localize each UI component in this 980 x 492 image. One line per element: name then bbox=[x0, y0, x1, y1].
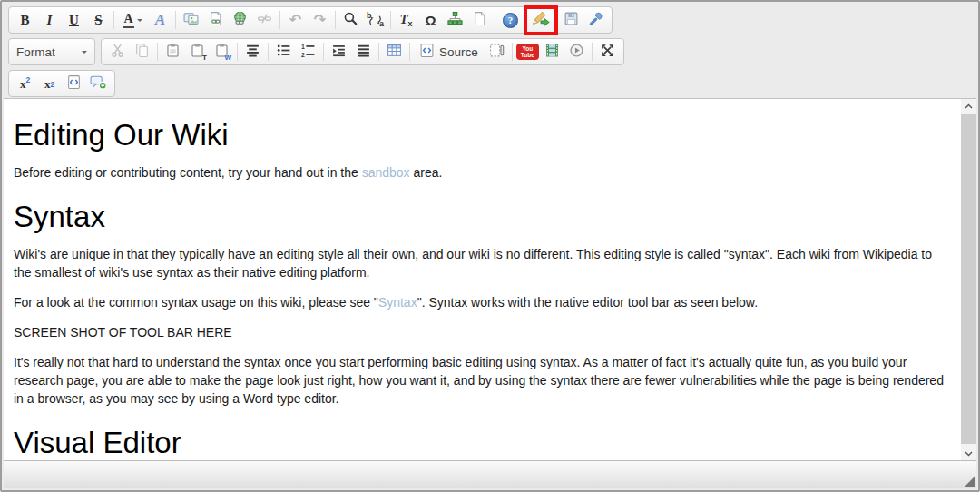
redo-icon: ↷ bbox=[314, 13, 326, 27]
save-button[interactable] bbox=[559, 9, 583, 32]
syntax-link[interactable]: Syntax bbox=[378, 295, 417, 310]
youtube-icon: YouTube bbox=[516, 44, 539, 60]
bold-button[interactable]: B bbox=[13, 9, 37, 32]
insert-table-button[interactable] bbox=[382, 41, 407, 64]
italic-button[interactable]: I bbox=[37, 9, 62, 32]
internal-link-button[interactable] bbox=[203, 9, 228, 32]
superscript-button[interactable]: x2 bbox=[13, 73, 37, 95]
copy-button[interactable] bbox=[130, 41, 154, 64]
toolbar-separator bbox=[237, 43, 238, 61]
youtube-button[interactable]: YouTube bbox=[515, 41, 540, 64]
source-code-icon bbox=[419, 43, 435, 62]
heading-visual-editor: Visual Editor bbox=[14, 426, 948, 459]
scissors-icon bbox=[110, 43, 125, 62]
align-center-icon bbox=[245, 43, 260, 62]
svg-text:1: 1 bbox=[301, 43, 305, 49]
remove-format-icon: Tx bbox=[399, 13, 412, 28]
subscript-button[interactable]: x2 bbox=[37, 73, 62, 95]
paste-button[interactable] bbox=[161, 41, 185, 64]
save-disk-icon bbox=[564, 11, 579, 30]
toolbar-separator bbox=[175, 11, 176, 29]
strikethrough-icon: S bbox=[94, 14, 102, 27]
underline-button[interactable]: U bbox=[62, 9, 86, 32]
scroll-down-button[interactable] bbox=[961, 447, 976, 460]
new-page-icon bbox=[472, 11, 487, 30]
toolbar-separator bbox=[268, 43, 269, 61]
toolbar-separator bbox=[378, 43, 379, 61]
select-all-button[interactable] bbox=[485, 41, 509, 64]
embed-video-button[interactable] bbox=[540, 41, 564, 64]
remove-format-button[interactable]: Tx bbox=[394, 9, 418, 32]
toolbar-separator bbox=[279, 11, 280, 29]
about-button[interactable]: ? bbox=[498, 9, 523, 32]
paragraph-not-that-hard: It's really not that hard to understand … bbox=[14, 353, 948, 408]
maximize-icon bbox=[600, 43, 615, 62]
redo-button[interactable]: ↷ bbox=[308, 9, 332, 32]
strikethrough-button[interactable]: S bbox=[86, 9, 111, 32]
new-page-button[interactable] bbox=[467, 9, 492, 32]
paste-icon bbox=[165, 43, 181, 62]
pencil-arrow-icon bbox=[532, 10, 550, 30]
search-icon bbox=[343, 11, 358, 30]
numbered-list-button[interactable]: 12 bbox=[296, 41, 320, 64]
heading-syntax: Syntax bbox=[14, 200, 948, 233]
external-link-button[interactable] bbox=[228, 9, 252, 32]
scrollbar-thumb[interactable] bbox=[961, 114, 976, 444]
toolbar-row-3: x2 x2 bbox=[8, 70, 972, 97]
code-icon bbox=[66, 74, 82, 93]
toolbar-separator bbox=[157, 43, 158, 61]
toolbar-area: B I U S A A bbox=[2, 2, 978, 96]
text-color-button[interactable]: A bbox=[117, 9, 148, 32]
paste-from-word-button[interactable]: W bbox=[210, 41, 234, 64]
source-button[interactable]: Source bbox=[413, 41, 485, 64]
maximize-button[interactable] bbox=[595, 41, 620, 64]
code-snippet-button[interactable] bbox=[62, 73, 86, 95]
sandbox-link[interactable]: sandbox bbox=[362, 165, 410, 180]
special-character-button[interactable]: Ω bbox=[418, 9, 443, 32]
omega-icon: Ω bbox=[425, 13, 436, 28]
bold-icon: B bbox=[20, 14, 29, 27]
replace-button[interactable]: ba bbox=[363, 9, 387, 32]
bulleted-list-button[interactable] bbox=[271, 41, 296, 64]
film-icon bbox=[544, 43, 560, 62]
edit-pencil-button[interactable] bbox=[529, 9, 554, 32]
format-dropdown[interactable]: Format bbox=[8, 38, 95, 65]
toolbar-row-1: B I U S A A bbox=[8, 6, 972, 34]
sitemap-button[interactable] bbox=[443, 9, 467, 32]
toolbar-separator bbox=[335, 11, 336, 29]
paste-as-text-button[interactable]: T bbox=[185, 41, 210, 64]
media-play-button[interactable] bbox=[564, 41, 589, 64]
source-button-label: Source bbox=[439, 45, 478, 59]
justify-icon bbox=[356, 43, 371, 62]
copy-icon bbox=[134, 43, 150, 62]
play-circle-icon bbox=[569, 43, 584, 62]
comment-add-icon bbox=[90, 74, 107, 93]
status-bar bbox=[4, 460, 976, 488]
add-comment-button[interactable] bbox=[86, 73, 111, 95]
cut-button[interactable] bbox=[105, 41, 130, 64]
indent-button[interactable] bbox=[327, 41, 351, 64]
editing-area[interactable]: Editing Our Wiki Before editing or contr… bbox=[4, 98, 976, 460]
settings-button[interactable] bbox=[583, 9, 608, 32]
toolbar-group-script: x2 x2 bbox=[8, 70, 115, 97]
align-center-button[interactable] bbox=[240, 41, 265, 64]
superscript-icon: x2 bbox=[20, 76, 30, 91]
toolbar-separator bbox=[495, 11, 495, 29]
red-highlight-box bbox=[524, 5, 558, 35]
toolbar-row-2: Format T W bbox=[8, 38, 972, 65]
bulleted-list-icon bbox=[276, 43, 291, 62]
insert-images-button[interactable] bbox=[179, 9, 203, 32]
unlink-button[interactable] bbox=[252, 9, 277, 32]
table-icon bbox=[387, 43, 402, 62]
resize-grip-icon[interactable] bbox=[964, 476, 975, 487]
vertical-scrollbar[interactable] bbox=[961, 99, 976, 460]
undo-button[interactable]: ↶ bbox=[283, 9, 308, 32]
toolbar-group-formatting: B I U S A A bbox=[8, 6, 612, 34]
justify-button[interactable] bbox=[351, 41, 376, 64]
toolbar-group-paragraph: T W 12 bbox=[101, 38, 624, 65]
replace-icon: ba bbox=[367, 12, 384, 28]
scroll-up-button[interactable] bbox=[961, 99, 976, 113]
find-button[interactable] bbox=[338, 9, 363, 32]
styles-button[interactable]: A bbox=[148, 9, 172, 32]
numbered-list-icon: 12 bbox=[300, 43, 316, 62]
